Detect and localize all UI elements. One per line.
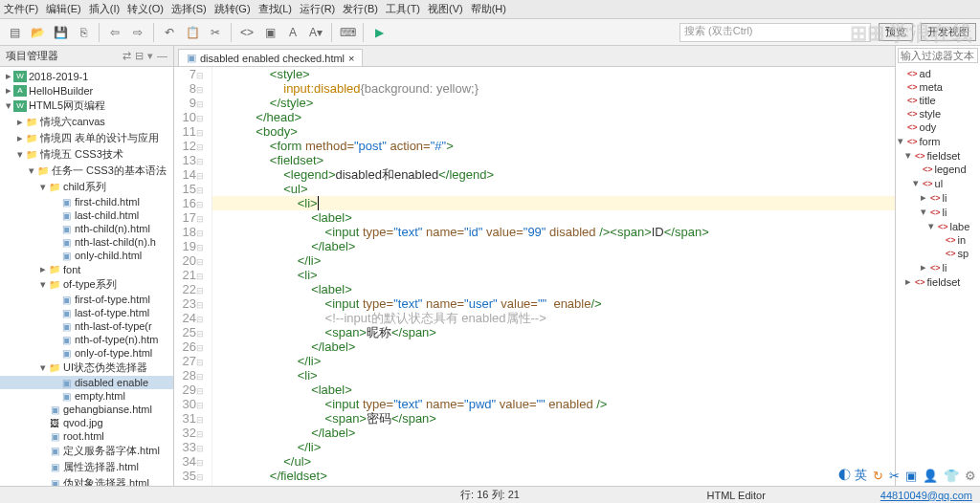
outline-item[interactable]: ▾<>li — [898, 205, 978, 219]
tree-item[interactable]: ▸📁font — [0, 262, 173, 276]
sync-icon[interactable]: ↻ — [873, 469, 883, 483]
devview-button[interactable]: 开发视图 — [921, 23, 976, 41]
tree-item[interactable]: ▣empty.html — [0, 389, 173, 403]
tree-item[interactable]: ▣last-child.html — [0, 208, 173, 222]
menu-item[interactable]: 转义(O) — [127, 2, 164, 16]
cut-tray-icon[interactable]: ✂ — [889, 469, 900, 483]
tree-item[interactable]: ▣nth-child(n).html — [0, 222, 173, 235]
menu-item[interactable]: 插入(I) — [89, 2, 120, 16]
outline-item[interactable]: ▾<>labe — [898, 219, 978, 233]
tree-item[interactable]: ▣nth-last-child(n).h — [0, 235, 173, 249]
close-icon[interactable]: × — [348, 53, 354, 64]
menu-item[interactable]: 选择(S) — [171, 2, 207, 16]
outline-filter[interactable] — [898, 48, 978, 63]
menu-item[interactable]: 帮助(H) — [471, 2, 506, 16]
email-link[interactable]: 44810049@qq.com — [880, 490, 972, 501]
text-icon[interactable]: A — [282, 22, 303, 43]
tree-item[interactable]: ▸📁情境四 表单的设计与应用 — [0, 130, 173, 146]
outline-item[interactable]: ▾<>fieldset — [898, 148, 978, 163]
outline-item[interactable]: <>ad — [898, 67, 978, 80]
outline-item[interactable]: ▸<>li — [898, 190, 978, 205]
tree-item[interactable]: ▾📁UI状态伪类选择器 — [0, 360, 173, 376]
tree-item[interactable]: ▾WHTML5网页编程 — [0, 98, 173, 114]
user-icon[interactable]: 👤 — [923, 469, 938, 483]
save-icon[interactable]: 💾 — [50, 22, 71, 43]
tag-icon[interactable]: <> — [236, 22, 257, 43]
tree-item[interactable]: ▣last-of-type.html — [0, 306, 173, 319]
tree-item[interactable]: ▾📁情境五 CSS3技术 — [0, 146, 173, 163]
min-icon[interactable]: — — [157, 50, 167, 62]
outline-item[interactable]: <>style — [898, 107, 978, 120]
file-icon: ▣ — [187, 52, 196, 64]
tree-item[interactable]: ▸AHelloHBuilder — [0, 83, 173, 98]
outline-item[interactable]: <>in — [898, 233, 978, 247]
tray-icons: ◐ 英 ↻ ✂ ▣ 👤 👕 ⚙ — [838, 467, 976, 484]
tree-item[interactable]: ▣root.html — [0, 429, 173, 443]
tree-item[interactable]: ▣属性选择器.html — [0, 459, 173, 475]
ime-icon[interactable]: ◐ 英 — [838, 467, 867, 484]
tree-item[interactable]: ▣only-of-type.html — [0, 346, 173, 360]
save-all-icon[interactable]: ⎘ — [73, 22, 94, 43]
preview-button[interactable]: 预览 — [879, 23, 913, 41]
code-editor[interactable]: 7⊟8⊟9⊟10⊟11⊟12⊟13⊟14⊟15⊟16⊟17⊟18⊟19⊟20⊟2… — [174, 67, 895, 486]
outline-item[interactable]: <>title — [898, 94, 978, 107]
project-panel: 项目管理器 ⇄ ⊟ ▾ — ▸W2018-2019-1▸AHelloHBuild… — [0, 46, 174, 486]
outline-item[interactable]: <>legend — [898, 163, 978, 176]
menu-item[interactable]: 视图(V) — [428, 2, 463, 16]
menubar: 文件(F)编辑(E)插入(I)转义(O)选择(S)跳转(G)查找(L)运行(R)… — [0, 0, 980, 19]
tree-item[interactable]: ▾📁任务一 CSS3的基本语法 — [0, 163, 173, 179]
tree-item[interactable]: ▣伪对象选择器.html — [0, 475, 173, 486]
menu-item[interactable]: 跳转(G) — [214, 2, 251, 16]
editor-area: ▣ disabled enabled checked.html × 7⊟8⊟9⊟… — [174, 46, 896, 486]
keyboard-icon[interactable]: ⌨ — [337, 22, 358, 43]
tree-item[interactable]: ▣disabled enable — [0, 376, 173, 389]
tree-item[interactable]: ▸W2018-2019-1 — [0, 69, 173, 83]
cut-icon[interactable]: ✂ — [205, 22, 226, 43]
tree-item[interactable]: ▸📁情境六canvas — [0, 114, 173, 130]
tree-item[interactable]: ▾📁of-type系列 — [0, 276, 173, 293]
new-icon[interactable]: ▤ — [4, 22, 25, 43]
tool-icon[interactable]: ▣ — [905, 469, 917, 483]
tree-item[interactable]: ▣only-child.html — [0, 249, 173, 262]
outline-item[interactable]: <>sp — [898, 247, 978, 260]
paste-icon[interactable]: 📋 — [182, 22, 203, 43]
collapse-icon[interactable]: ⊟ — [135, 50, 144, 62]
link-icon[interactable]: ⇄ — [122, 50, 131, 62]
tree-item[interactable]: ▣定义服务器字体.html — [0, 443, 173, 459]
gear-icon[interactable]: ⚙ — [965, 469, 976, 483]
menu-item[interactable]: 查找(L) — [258, 2, 292, 16]
open-icon[interactable]: 📂 — [27, 22, 48, 43]
outline-tree[interactable]: <>ad<>meta<>title<>style<>ody▾<>form▾<>f… — [896, 65, 980, 486]
menu-item[interactable]: 文件(F) — [4, 2, 38, 16]
menu-item[interactable]: 编辑(E) — [46, 2, 81, 16]
img-icon[interactable]: ▣ — [259, 22, 280, 43]
outline-item[interactable]: <>meta — [898, 80, 978, 94]
panel-title: 项目管理器 — [6, 49, 58, 63]
outline-item[interactable]: <>ody — [898, 120, 978, 134]
forward-icon[interactable]: ⇨ — [127, 22, 148, 43]
shirt-icon[interactable]: 👕 — [944, 469, 959, 483]
tree-item[interactable]: ▣gehangbianse.html — [0, 403, 173, 416]
outline-item[interactable]: ▾<>ul — [898, 176, 978, 190]
run-icon[interactable]: ▶ — [368, 22, 390, 43]
outline-item[interactable]: ▾<>form — [898, 134, 978, 148]
menu-icon[interactable]: ▾ — [147, 50, 153, 62]
menu-item[interactable]: 工具(T) — [386, 2, 420, 16]
tree-item[interactable]: ▣nth-last-of-type(r — [0, 319, 173, 333]
back-icon[interactable]: ⇦ — [104, 22, 125, 43]
tree-item[interactable]: ▾📁child系列 — [0, 179, 173, 195]
menu-item[interactable]: 运行(R) — [300, 2, 335, 16]
editor-tab[interactable]: ▣ disabled enabled checked.html × — [178, 49, 363, 66]
outline-item[interactable]: ▸<>fieldset — [898, 274, 978, 289]
tree-item[interactable]: 🖼qvod.jpg — [0, 416, 173, 429]
text2-icon[interactable]: A▾ — [305, 22, 326, 43]
tree-item[interactable]: ▣nth-of-type(n).htm — [0, 333, 173, 346]
outline-item[interactable]: ▸<>li — [898, 260, 978, 274]
editor-type: HTML Editor — [706, 490, 765, 501]
project-tree[interactable]: ▸W2018-2019-1▸AHelloHBuilder▾WHTML5网页编程▸… — [0, 67, 173, 486]
search-input[interactable]: 搜索 (双击Ctrl) — [679, 23, 871, 42]
tree-item[interactable]: ▣first-of-type.html — [0, 293, 173, 306]
undo-icon[interactable]: ↶ — [159, 22, 180, 43]
menu-item[interactable]: 发行(B) — [343, 2, 378, 16]
tree-item[interactable]: ▣first-child.html — [0, 195, 173, 208]
